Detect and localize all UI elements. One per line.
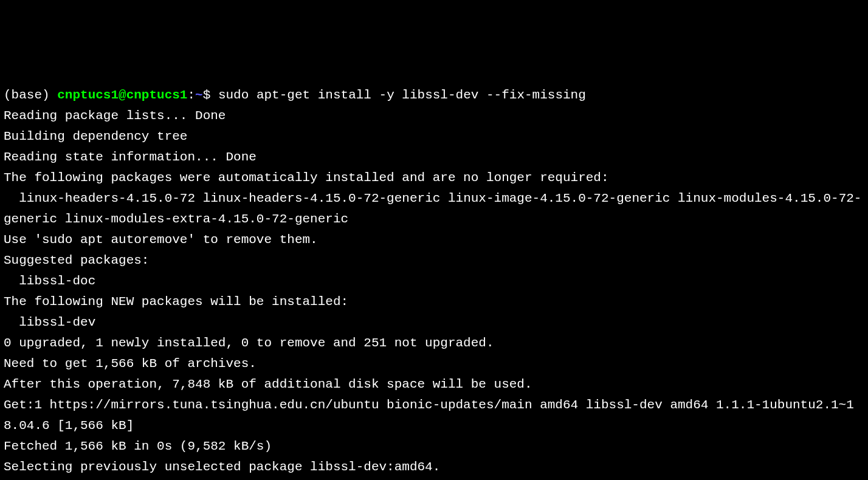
output-line: After this operation, 7,848 kB of additi… [4, 377, 532, 391]
output-line: linux-headers-4.15.0-72 linux-headers-4.… [4, 191, 861, 226]
prompt-line: (base) cnptucs1@cnptucs1:~$ sudo apt-get… [4, 88, 586, 102]
output-line: Fetched 1,566 kB in 0s (9,582 kB/s) [4, 439, 272, 453]
output-line: Building dependency tree [4, 129, 187, 143]
output-line: Suggested packages: [4, 253, 149, 267]
output-line: libssl-dev [4, 315, 95, 329]
prompt-prefix: (base) [4, 88, 57, 102]
prompt-path: ~ [195, 88, 203, 102]
command-text: sudo apt-get install -y libssl-dev --fix… [218, 88, 586, 102]
output-line: Use 'sudo apt autoremove' to remove them… [4, 233, 318, 247]
output-line: Selecting previously unselected package … [4, 460, 440, 474]
terminal-window[interactable]: (base) cnptucs1@cnptucs1:~$ sudo apt-get… [4, 85, 864, 480]
prompt-colon: : [187, 88, 195, 102]
output-line: The following NEW packages will be insta… [4, 295, 348, 309]
prompt-user-host: cnptucs1@cnptucs1 [57, 88, 187, 102]
output-line: Get:1 https://mirrors.tuna.tsinghua.edu.… [4, 398, 854, 433]
prompt-dollar: $ [203, 88, 218, 102]
output-line: 0 upgraded, 1 newly installed, 0 to remo… [4, 336, 494, 350]
output-line: libssl-doc [4, 274, 95, 288]
output-line: The following packages were automaticall… [4, 171, 609, 185]
output-line: Need to get 1,566 kB of archives. [4, 357, 257, 371]
output-line: Reading state information... Done [4, 150, 257, 164]
output-line: Reading package lists... Done [4, 109, 226, 123]
